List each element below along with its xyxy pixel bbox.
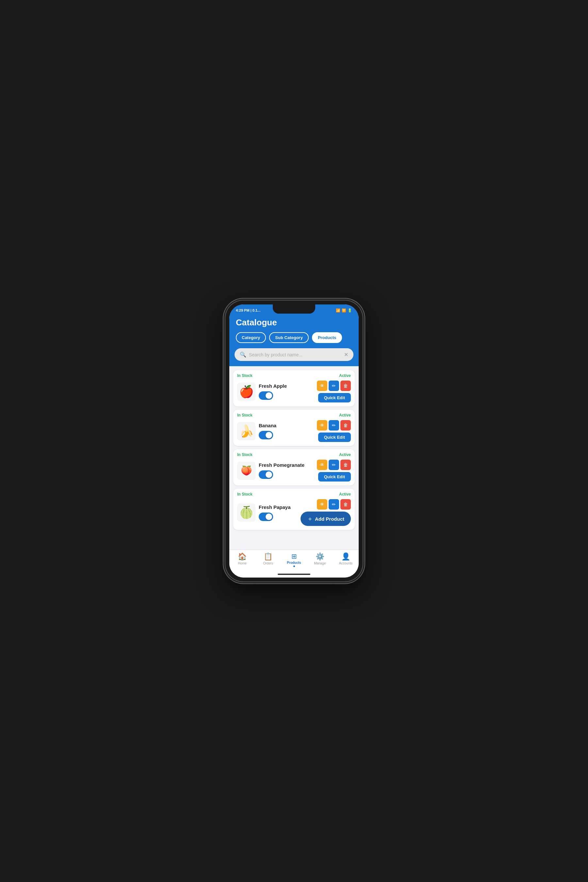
edit-button-1[interactable]: ✏ <box>328 381 339 391</box>
battery-icon: 🔋 <box>348 308 352 313</box>
edit-button-3[interactable]: ✏ <box>328 460 339 470</box>
home-indicator-bar <box>230 572 358 578</box>
active-status-2: Active <box>339 413 351 417</box>
card-header-1: In Stock Active <box>237 374 351 378</box>
product-image-1: 🍎 <box>237 382 255 401</box>
card-body-1: 🍎 Fresh Apple 👁 ✏ 🗑 Quick Edit <box>237 381 351 402</box>
product-name-1: Fresh Apple <box>259 383 312 389</box>
orders-label: Orders <box>263 561 273 565</box>
bottom-spacer <box>233 533 355 536</box>
edit-button-2[interactable]: ✏ <box>328 420 339 430</box>
search-clear-icon[interactable]: ✕ <box>344 351 348 358</box>
notch <box>273 304 315 314</box>
card-body-2: 🍌 Banana 👁 ✏ 🗑 Quick Edit <box>237 420 351 442</box>
quick-edit-button-1[interactable]: Quick Edit <box>318 393 351 402</box>
delete-button-1[interactable]: 🗑 <box>340 381 351 391</box>
plus-icon: ＋ <box>307 515 313 523</box>
toggle-1[interactable] <box>259 392 273 400</box>
action-buttons-4: 👁 ✏ 🗑 <box>317 499 351 510</box>
toggle-2[interactable] <box>259 431 273 440</box>
home-icon: 🏠 <box>238 552 247 561</box>
nav-manage[interactable]: ⚙️ Manage <box>307 552 333 567</box>
card-body-4: 🍈 Fresh Papaya 👁 ✏ 🗑 <box>237 499 351 526</box>
product-image-2: 🍌 <box>237 422 255 440</box>
nav-orders[interactable]: 📋 Orders <box>255 552 281 567</box>
card-actions-3: 👁 ✏ 🗑 Quick Edit <box>317 460 351 482</box>
phone-frame: 4:29 PM | 0.1... 📶 🛜 🔋 Catalogue Categor… <box>225 300 363 582</box>
card-actions-1: 👁 ✏ 🗑 Quick Edit <box>317 381 351 402</box>
product-name-2: Banana <box>259 423 312 428</box>
toggle-knob-3 <box>266 471 272 478</box>
tab-subcategory[interactable]: Sub Category <box>269 332 309 343</box>
toggle-knob-2 <box>266 432 272 438</box>
add-product-label: Add Product <box>315 516 344 522</box>
status-time: 4:29 PM | 0.1... <box>236 308 260 312</box>
delete-button-3[interactable]: 🗑 <box>340 460 351 470</box>
product-name-4: Fresh Papaya <box>259 504 295 510</box>
search-icon: 🔍 <box>240 351 246 358</box>
view-button-2[interactable]: 👁 <box>317 420 327 430</box>
accounts-icon: 👤 <box>341 552 350 561</box>
toggle-knob-4 <box>266 513 272 520</box>
active-status-3: Active <box>339 452 351 457</box>
product-info-2: Banana <box>259 423 312 440</box>
quick-edit-button-2[interactable]: Quick Edit <box>318 432 351 442</box>
card-header-3: In Stock Active <box>237 452 351 457</box>
delete-button-2[interactable]: 🗑 <box>340 420 351 430</box>
home-indicator <box>278 574 310 575</box>
tab-row: Category Sub Category Products <box>236 332 352 343</box>
delete-button-4[interactable]: 🗑 <box>340 499 351 510</box>
phone-screen: 4:29 PM | 0.1... 📶 🛜 🔋 Catalogue Categor… <box>230 304 358 578</box>
nav-home[interactable]: 🏠 Home <box>230 552 255 567</box>
card-actions-4: 👁 ✏ 🗑 ＋ Add Product <box>300 499 351 526</box>
product-name-3: Fresh Pomegranate <box>259 462 312 468</box>
action-buttons-3: 👁 ✏ 🗑 <box>317 460 351 470</box>
action-buttons-2: 👁 ✏ 🗑 <box>317 420 351 430</box>
card-body-3: 🍑 Fresh Pomegranate 👁 ✏ 🗑 Quick <box>237 460 351 482</box>
product-image-3: 🍑 <box>237 462 255 480</box>
quick-edit-button-3[interactable]: Quick Edit <box>318 472 351 482</box>
products-icon: ⊞ <box>291 552 297 560</box>
product-card-1: In Stock Active 🍎 Fresh Apple 👁 ✏ <box>233 370 355 406</box>
stock-status-1: In Stock <box>237 374 252 378</box>
toggle-knob-1 <box>266 392 272 399</box>
view-button-4[interactable]: 👁 <box>317 499 327 510</box>
product-card-4: In Stock Active 🍈 Fresh Papaya 👁 <box>233 489 355 530</box>
manage-label: Manage <box>314 561 326 565</box>
stock-status-3: In Stock <box>237 452 252 457</box>
home-label: Home <box>238 561 247 565</box>
card-header-4: In Stock Active <box>237 492 351 496</box>
status-icons: 📶 🛜 🔋 <box>336 308 352 313</box>
product-card-2: In Stock Active 🍌 Banana 👁 ✏ <box>233 410 355 446</box>
tab-products[interactable]: Products <box>312 332 342 343</box>
nav-accounts[interactable]: 👤 Accounts <box>333 552 358 567</box>
toggle-3[interactable] <box>259 470 273 479</box>
products-label: Products <box>287 561 301 564</box>
active-status-1: Active <box>339 374 351 378</box>
add-product-button[interactable]: ＋ Add Product <box>300 512 351 526</box>
active-status-4: Active <box>339 492 351 496</box>
page-title: Catalogue <box>236 318 352 328</box>
stock-status-2: In Stock <box>237 413 252 417</box>
view-button-3[interactable]: 👁 <box>317 460 327 470</box>
search-input[interactable]: Search by product name... <box>249 352 341 357</box>
product-info-3: Fresh Pomegranate <box>259 462 312 479</box>
signal-icon: 📶 <box>336 308 340 313</box>
view-button-1[interactable]: 👁 <box>317 381 327 391</box>
search-container: 🔍 Search by product name... ✕ <box>230 348 358 366</box>
toggle-4[interactable] <box>259 513 273 521</box>
active-dot <box>293 566 295 567</box>
nav-products[interactable]: ⊞ Products <box>281 552 307 567</box>
product-image-4: 🍈 <box>237 503 255 522</box>
stock-status-4: In Stock <box>237 492 252 496</box>
tab-category[interactable]: Category <box>236 332 266 343</box>
orders-icon: 📋 <box>264 552 273 561</box>
action-buttons-1: 👁 ✏ 🗑 <box>317 381 351 391</box>
wifi-icon: 🛜 <box>342 308 346 313</box>
search-bar: 🔍 Search by product name... ✕ <box>234 348 354 361</box>
header: Catalogue Category Sub Category Products <box>230 315 358 348</box>
edit-button-4[interactable]: ✏ <box>328 499 339 510</box>
product-info-1: Fresh Apple <box>259 383 312 400</box>
card-actions-2: 👁 ✏ 🗑 Quick Edit <box>317 420 351 442</box>
accounts-label: Accounts <box>339 561 352 565</box>
